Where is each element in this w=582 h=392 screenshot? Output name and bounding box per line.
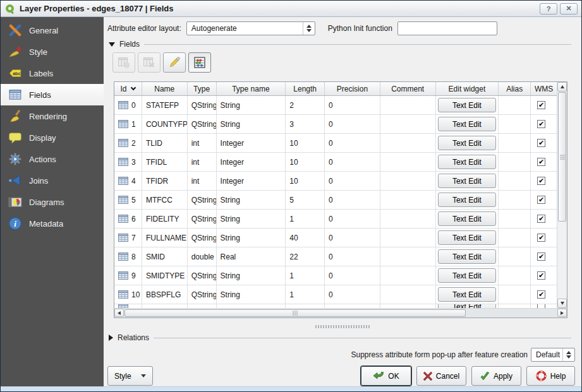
table-row[interactable]: 4TFIDRintInteger100Text Edit✔ bbox=[114, 172, 557, 191]
toggle-editing-button[interactable] bbox=[163, 52, 186, 73]
sidebar-item-display[interactable]: Display bbox=[1, 127, 104, 148]
table-row[interactable]: 10BBSPFLGQStringString10Text Edit✔ bbox=[114, 285, 557, 304]
column-header-wms[interactable]: WMS bbox=[531, 82, 557, 95]
attribute-editor-layout-combo[interactable]: Autogenerate bbox=[186, 21, 315, 35]
sidebar-item-general[interactable]: General bbox=[1, 20, 104, 41]
column-header-type-name[interactable]: Type name bbox=[217, 82, 286, 95]
sidebar-item-style[interactable]: Style bbox=[1, 41, 104, 62]
table-row[interactable]: 9SMIDTYPEQStringString10Text Edit✔ bbox=[114, 266, 557, 285]
column-header-comment[interactable]: Comment bbox=[380, 82, 436, 95]
edit-widget-button[interactable]: Text Edit bbox=[438, 174, 496, 188]
sidebar-item-rendering[interactable]: Rendering bbox=[1, 105, 104, 127]
apply-button[interactable]: Apply bbox=[471, 366, 521, 386]
sidebar-item-fields[interactable]: Fields bbox=[1, 84, 104, 105]
wms-checkbox[interactable]: ✔ bbox=[537, 234, 545, 242]
column-header-edit-widget[interactable]: Edit widget bbox=[436, 82, 499, 95]
table-row[interactable]: 8SMIDdoubleReal220Text Edit✔ bbox=[114, 247, 557, 266]
wms-checkbox[interactable]: ✔ bbox=[537, 252, 545, 261]
combo-spinner-icon[interactable] bbox=[303, 22, 315, 35]
column-header-precision[interactable]: Precision bbox=[325, 82, 380, 95]
attribute-editor-layout-label: Attribute editor layout: bbox=[107, 24, 181, 33]
column-header-type[interactable]: Type bbox=[188, 82, 217, 95]
field-type-name-cell: String bbox=[217, 115, 286, 133]
suppress-form-combo[interactable]: Default bbox=[531, 348, 575, 362]
delete-column-button[interactable] bbox=[138, 52, 161, 73]
column-header-id[interactable]: Id bbox=[114, 82, 142, 95]
field-calculator-button[interactable] bbox=[188, 52, 211, 73]
sidebar-item-actions[interactable]: Actions bbox=[1, 148, 104, 170]
edit-widget-cell: Text Edit bbox=[436, 172, 499, 190]
column-header-alias[interactable]: Alias bbox=[499, 82, 531, 95]
wms-checkbox[interactable]: ✔ bbox=[537, 177, 545, 185]
wms-checkbox[interactable]: ✔ bbox=[537, 158, 545, 166]
vertical-scrollbar[interactable] bbox=[557, 82, 567, 308]
sidebar-item-diagrams[interactable]: Diagrams bbox=[1, 191, 104, 213]
new-column-button[interactable] bbox=[112, 52, 135, 73]
cancel-button[interactable]: Cancel bbox=[416, 366, 466, 386]
suppress-form-label: Suppress attribute form pop-up after fea… bbox=[351, 350, 528, 359]
ok-button[interactable]: OK bbox=[361, 366, 411, 386]
horizontal-scrollbar[interactable] bbox=[114, 308, 567, 318]
column-header-name[interactable]: Name bbox=[142, 82, 188, 95]
expand-relations-icon[interactable] bbox=[109, 335, 113, 341]
wms-checkbox[interactable]: ✔ bbox=[537, 120, 545, 128]
column-header-length[interactable]: Length bbox=[286, 82, 325, 95]
horizontal-scrollbar-thumb[interactable] bbox=[124, 309, 466, 317]
close-window-button[interactable]: ✕ bbox=[560, 3, 578, 15]
table-row[interactable]: 6FIDELITYQStringString10Text Edit✔ bbox=[114, 210, 557, 229]
field-comment-cell bbox=[380, 266, 436, 285]
sidebar-item-joins[interactable]: Joins bbox=[1, 170, 104, 191]
wms-checkbox[interactable]: ✔ bbox=[537, 196, 545, 204]
wms-checkbox[interactable]: ✔ bbox=[537, 101, 545, 109]
edit-widget-button[interactable]: Text Edit bbox=[438, 249, 496, 264]
edit-widget-button[interactable]: Text Edit bbox=[438, 211, 496, 226]
collapse-fields-icon[interactable] bbox=[109, 42, 115, 47]
field-type-name-cell: Integer bbox=[217, 153, 286, 171]
scroll-down-button[interactable] bbox=[557, 299, 567, 308]
wms-checkbox[interactable]: ✔ bbox=[537, 290, 545, 299]
field-comment-cell bbox=[380, 247, 436, 266]
scroll-left-button[interactable] bbox=[114, 309, 124, 317]
fields-page: Attribute editor layout: Autogenerate Py… bbox=[104, 17, 581, 386]
splitter-handle[interactable] bbox=[315, 325, 370, 328]
scroll-right-button[interactable] bbox=[557, 309, 567, 317]
field-row-icon bbox=[118, 271, 128, 280]
field-length-cell: 22 bbox=[286, 247, 325, 266]
scroll-up-button[interactable] bbox=[557, 82, 567, 92]
edit-widget-button[interactable]: Text Edit bbox=[438, 268, 496, 283]
table-row[interactable]: 0STATEFPQStringString20Text Edit✔ bbox=[114, 96, 557, 115]
table-row[interactable]: 1COUNTYFPQStringString30Text Edit✔ bbox=[114, 115, 557, 134]
field-id-cell: 0 bbox=[114, 96, 142, 114]
wms-checkbox[interactable]: ✔ bbox=[537, 271, 545, 280]
combo-spinner-icon[interactable] bbox=[562, 348, 574, 361]
field-name-cell: COUNTYFP bbox=[142, 115, 188, 133]
edit-widget-button[interactable]: Text Edit bbox=[438, 136, 496, 150]
style-menu-button[interactable]: Style bbox=[107, 366, 153, 386]
edit-widget-cell: Text Edit bbox=[436, 191, 499, 209]
edit-widget-button[interactable]: Text Edit bbox=[438, 287, 496, 302]
edit-widget-button[interactable]: Text Edit bbox=[438, 117, 496, 131]
vertical-scrollbar-thumb[interactable] bbox=[558, 92, 566, 222]
wms-checkbox[interactable]: ✔ bbox=[537, 139, 545, 147]
table-row[interactable]: 2TLIDintInteger100Text Edit✔ bbox=[114, 134, 557, 153]
help-button[interactable]: Help bbox=[526, 366, 575, 386]
field-id-cell: 8 bbox=[114, 247, 142, 266]
edit-widget-button[interactable]: Text Edit bbox=[438, 155, 496, 169]
field-precision-cell: 0 bbox=[325, 285, 380, 304]
sidebar-item-label: Style bbox=[29, 47, 47, 57]
qgis-logo-icon bbox=[4, 3, 16, 15]
python-init-input[interactable] bbox=[397, 21, 497, 35]
table-row[interactable]: 7FULLNAMEQStringString400Text Edit✔ bbox=[114, 229, 557, 247]
help-window-button[interactable]: ? bbox=[540, 3, 557, 15]
suppress-form-value: Default bbox=[536, 350, 560, 359]
wms-checkbox[interactable]: ✔ bbox=[537, 215, 545, 223]
table-row[interactable]: 3TFIDLintInteger100Text Edit✔ bbox=[114, 153, 557, 172]
sidebar-item-metadata[interactable]: i Metadata bbox=[1, 213, 104, 234]
edit-widget-button[interactable]: Text Edit bbox=[438, 193, 496, 207]
table-row[interactable]: 5MTFCCQStringString50Text Edit✔ bbox=[114, 191, 557, 210]
edit-widget-button[interactable]: Text Edit bbox=[438, 98, 496, 112]
dropdown-caret-icon bbox=[141, 374, 146, 377]
sidebar-item-labels[interactable]: abc Labels bbox=[1, 62, 104, 84]
edit-widget-button[interactable]: Text Edit bbox=[438, 230, 496, 245]
python-init-label: Python Init function bbox=[328, 24, 392, 33]
